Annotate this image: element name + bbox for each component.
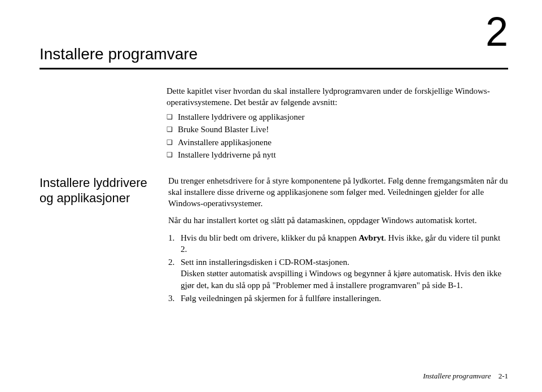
step-text: Sett inn installeringsdisken i CD-ROM-st… <box>181 258 349 267</box>
step-item: 1. Hvis du blir bedt om drivere, klikker… <box>168 232 508 255</box>
step-number: 3. <box>168 293 174 304</box>
section-heading: Installere lyddrivere og applikasjoner <box>40 175 158 306</box>
title-rule <box>40 68 508 69</box>
step-extra: Disken støtter automatisk avspilling i W… <box>181 268 508 291</box>
step-list: 1. Hvis du blir bedt om drivere, klikker… <box>168 232 508 304</box>
bullet-item: Installere lyddriverne på nytt <box>167 149 508 162</box>
step-item: 3. Følg veiledningen på skjermen for å f… <box>168 293 508 304</box>
footer-label: Installere programvare <box>423 372 491 380</box>
bullet-item: Installere lyddrivere og applikasjoner <box>167 111 508 124</box>
intro-block: Dette kapitlet viser hvordan du skal ins… <box>167 85 508 162</box>
intro-bullets: Installere lyddrivere og applikasjoner B… <box>167 111 508 162</box>
step-item: 2. Sett inn installeringsdisken i CD-ROM… <box>168 256 508 291</box>
footer-page-number: 2-1 <box>499 372 508 380</box>
chapter-title: Installere programvare <box>40 17 198 63</box>
step-number: 2. <box>168 256 174 268</box>
chapter-number: 2 <box>486 11 508 52</box>
step-text: Følg veiledningen på skjermen for å full… <box>181 294 381 303</box>
step-number: 1. <box>168 232 174 243</box>
bullet-item: Bruke Sound Blaster Live! <box>167 123 508 136</box>
section-para: Når du har installert kortet og slått på… <box>168 215 508 226</box>
step-bold: Avbryt <box>359 233 384 242</box>
bullet-item: Avinstallere applikasjonene <box>167 136 508 149</box>
page-footer: Installere programvare 2-1 <box>423 372 508 381</box>
intro-text: Dette kapitlet viser hvordan du skal ins… <box>167 85 508 108</box>
section-para: Du trenger enhetsdrivere for å styre kom… <box>168 175 508 210</box>
section-body: Du trenger enhetsdrivere for å styre kom… <box>168 175 508 306</box>
step-text: Hvis du blir bedt om drivere, klikker du… <box>181 233 359 242</box>
